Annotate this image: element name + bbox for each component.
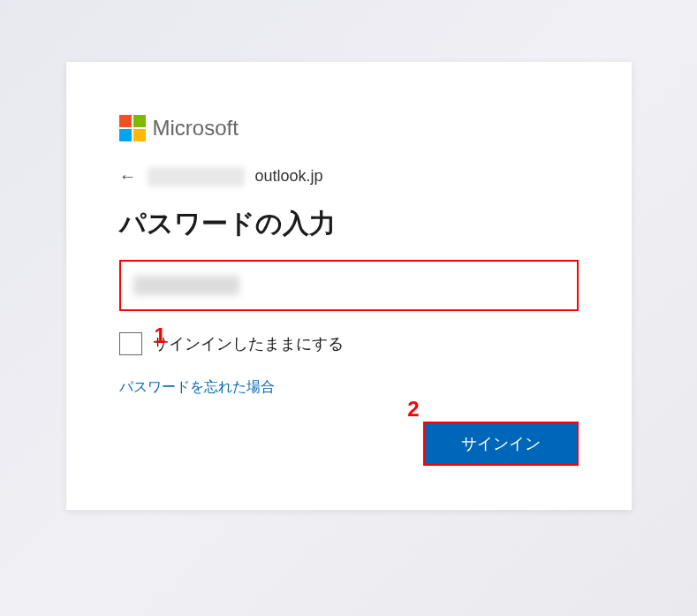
keep-signed-in-checkbox[interactable]	[119, 332, 142, 355]
signin-button[interactable]: サインイン	[423, 422, 579, 466]
keep-signed-in-label: サインインしたままにする	[153, 333, 344, 354]
identity-row: ← outlook.jp	[119, 166, 579, 186]
signin-card: Microsoft ← outlook.jp パスワードの入力 1 サインインし…	[66, 62, 632, 510]
keep-signed-in-row: サインインしたままにする	[119, 332, 579, 355]
page-title: パスワードの入力	[119, 206, 579, 242]
forgot-password-link[interactable]: パスワードを忘れた場合	[119, 378, 275, 397]
identity-username-redacted	[148, 167, 245, 186]
annotation-marker-2: 2	[407, 397, 419, 422]
button-row: 2 サインイン	[119, 422, 579, 466]
identity-domain: outlook.jp	[255, 167, 323, 186]
logo-row: Microsoft	[119, 115, 579, 141]
microsoft-logo-icon	[119, 115, 146, 141]
password-value-redacted	[133, 276, 239, 295]
password-input[interactable]	[119, 260, 579, 311]
annotation-marker-1: 1	[155, 323, 166, 348]
back-arrow-icon[interactable]: ←	[119, 166, 139, 186]
microsoft-logo-text: Microsoft	[153, 116, 239, 141]
